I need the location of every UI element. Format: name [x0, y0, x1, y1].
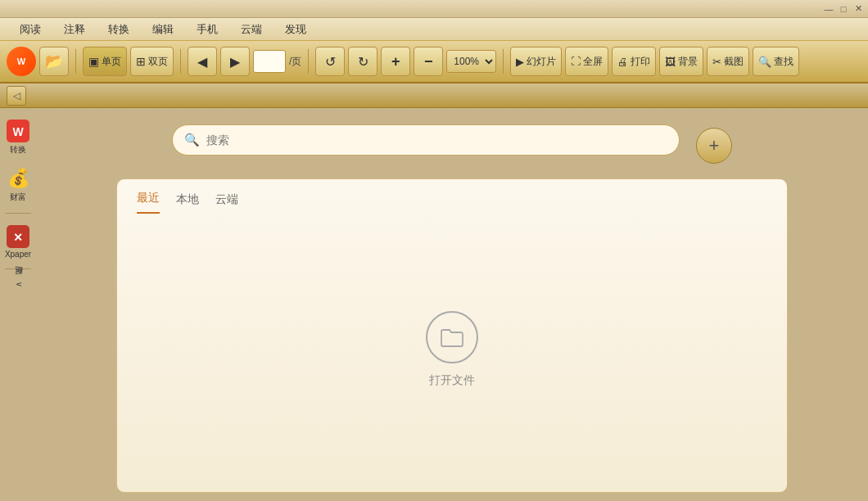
search-input[interactable] — [206, 133, 667, 147]
sidebar-wealth-label: 财富 — [10, 192, 26, 203]
side-toggle-button[interactable]: ◁ — [7, 86, 26, 106]
toolbar-separator-1 — [75, 49, 76, 74]
zoom-out-icon: − — [424, 53, 433, 70]
toolbar-separator-2 — [180, 49, 181, 74]
minimize-button[interactable]: — — [822, 2, 835, 16]
undo-icon: ↺ — [325, 54, 336, 70]
undo-button[interactable]: ↺ — [315, 47, 345, 76]
page-input[interactable] — [253, 50, 286, 73]
convert-icon: W — [7, 120, 29, 142]
fullscreen-button[interactable]: ⛶ 全屏 — [565, 47, 608, 76]
xpaper-icon: ✕ — [7, 225, 29, 248]
close-button[interactable]: ✕ — [852, 2, 865, 16]
empty-folder-icon — [426, 311, 478, 363]
zoom-select[interactable]: 100% 75% 50% 125% 150% — [446, 50, 496, 73]
toolbar-separator-3 — [308, 49, 309, 74]
print-button[interactable]: 🖨 打印 — [612, 47, 656, 76]
restore-button[interactable]: □ — [837, 2, 850, 16]
title-bar: — □ ✕ — [0, 0, 868, 18]
open-folder-button[interactable]: 📂 — [39, 47, 69, 76]
find-button[interactable]: 🔍 查找 — [753, 47, 799, 76]
app-logo: W — [7, 47, 36, 76]
slideshow-button[interactable]: ▶ 幻灯片 — [510, 47, 562, 76]
zoom-in-button[interactable]: + — [381, 47, 410, 76]
open-folder-icon: 📂 — [45, 52, 63, 70]
crop-button[interactable]: ✂ 截图 — [707, 47, 749, 76]
content-area: 🔍 + 最近 本地 云端 打开文件 — [36, 108, 868, 501]
menu-convert[interactable]: 转换 — [97, 19, 141, 40]
svg-text:W: W — [12, 125, 24, 138]
crop-icon: ✂ — [712, 56, 721, 68]
redo-button[interactable]: ↻ — [348, 47, 377, 76]
add-icon: + — [709, 135, 720, 156]
wealth-icon: 💰 — [7, 167, 29, 190]
search-bar: 🔍 — [172, 124, 680, 156]
file-tabs: 最近 本地 云端 — [117, 179, 787, 214]
menu-phone[interactable]: 手机 — [185, 19, 229, 40]
svg-text:✕: ✕ — [13, 231, 23, 244]
forward-icon: ▶ — [230, 54, 240, 70]
page-suffix-label: /页 — [289, 55, 301, 69]
file-panel: 最近 本地 云端 打开文件 — [116, 178, 788, 493]
double-page-button[interactable]: ⊞ 双页 — [130, 47, 174, 76]
main-layout: W 转换 💰 财富 ✕ Xpaper ∧枢起 — [0, 108, 868, 501]
sidebar-divider-2 — [5, 269, 31, 269]
single-page-icon: ▣ — [88, 55, 99, 68]
sidebar-expand-label: ∧枢起 — [13, 282, 24, 287]
fullscreen-icon: ⛶ — [571, 56, 581, 67]
sidebar: W 转换 💰 财富 ✕ Xpaper ∧枢起 — [0, 108, 36, 501]
back-button[interactable]: ◀ — [188, 47, 217, 76]
sidebar-xpaper-label: Xpaper — [5, 250, 31, 259]
background-icon: 🖼 — [665, 56, 676, 68]
print-icon: 🖨 — [617, 56, 628, 68]
tab-local[interactable]: 本地 — [176, 192, 199, 214]
single-page-button[interactable]: ▣ 单页 — [83, 47, 127, 76]
menu-annotate[interactable]: 注释 — [52, 19, 97, 40]
redo-icon: ↻ — [358, 54, 368, 70]
search-icon: 🔍 — [184, 133, 200, 147]
menu-cloud[interactable]: 云端 — [229, 19, 274, 40]
sidebar-item-xpaper[interactable]: ✕ Xpaper — [2, 220, 34, 262]
menu-read[interactable]: 阅读 — [8, 19, 52, 40]
sidebar-item-wealth[interactable]: 💰 财富 — [2, 162, 34, 206]
menu-discover[interactable]: 发现 — [274, 19, 318, 40]
menu-bar: 阅读 注释 转换 编辑 手机 云端 发现 — [0, 18, 868, 41]
slideshow-icon: ▶ — [516, 56, 524, 68]
tab-recent[interactable]: 最近 — [137, 191, 160, 214]
background-button[interactable]: 🖼 背景 — [659, 47, 703, 76]
add-button[interactable]: + — [696, 128, 732, 164]
tab-cloud[interactable]: 云端 — [215, 192, 238, 214]
toolbar: W 📂 ▣ 单页 ⊞ 双页 ◀ ▶ /页 ↺ ↻ + − 100% 75% 50… — [0, 41, 868, 84]
empty-state: 打开文件 — [117, 214, 787, 485]
back-icon: ◀ — [197, 54, 207, 70]
sidebar-divider — [5, 213, 31, 214]
sidebar-item-convert[interactable]: W 转换 — [2, 115, 34, 159]
zoom-in-icon: + — [391, 53, 400, 70]
double-page-icon: ⊞ — [136, 55, 146, 68]
menu-edit[interactable]: 编辑 — [141, 19, 185, 40]
search-row: 🔍 + — [165, 124, 739, 167]
forward-button[interactable]: ▶ — [220, 47, 250, 76]
sidebar-expand-button[interactable]: ∧枢起 — [3, 276, 33, 292]
sidebar-convert-label: 转换 — [10, 144, 26, 156]
empty-state-label: 打开文件 — [429, 373, 475, 388]
side-indicator-bar: ◁ — [0, 84, 868, 108]
zoom-out-button[interactable]: − — [414, 47, 443, 76]
find-icon: 🔍 — [758, 56, 771, 68]
toolbar-separator-4 — [503, 49, 504, 74]
